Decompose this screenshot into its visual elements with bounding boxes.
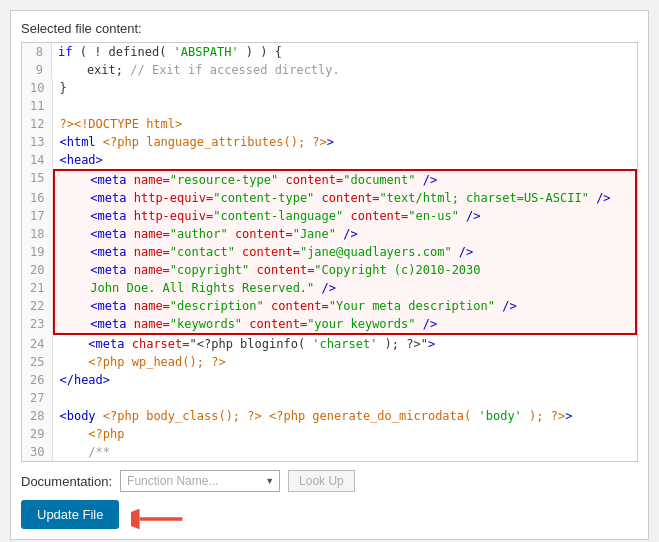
table-row: 10} [22,79,637,97]
line-number: 15 [22,169,53,189]
function-select-wrapper: Function Name... [120,470,280,492]
main-container: Selected file content: 8if ( ! defined( … [10,10,649,540]
code-area: 8if ( ! defined( 'ABSPATH' ) ) {9 exit; … [21,42,638,462]
line-number: 19 [22,243,53,261]
line-number: 23 [22,315,53,335]
line-number: 27 [22,389,53,407]
line-content [53,389,637,407]
table-row: 22 <meta name="description" content="You… [22,297,637,315]
line-content: <meta charset="<?php bloginfo( 'charset'… [53,335,637,353]
function-name-select[interactable]: Function Name... [120,470,280,492]
line-content: </head> [53,371,637,389]
line-number: 16 [22,189,53,207]
table-row: 29 <?php [22,425,637,443]
code-table: 8if ( ! defined( 'ABSPATH' ) ) {9 exit; … [22,43,637,461]
line-number: 12 [22,115,53,133]
line-content: <body <?php body_class(); ?> <?php gener… [53,407,637,425]
line-content: /** [53,443,637,461]
line-number: 13 [22,133,53,151]
line-content: <meta http-equiv="content-type" content=… [53,189,637,207]
line-content [53,97,637,115]
table-row: 9 exit; // Exit if accessed directly. [22,61,637,79]
table-row: 20 <meta name="copyright" content="Copyr… [22,261,637,279]
table-row: 11 [22,97,637,115]
line-number: 9 [22,61,52,79]
line-number: 10 [22,79,53,97]
table-row: 24 <meta charset="<?php bloginfo( 'chars… [22,335,637,353]
line-number: 17 [22,207,53,225]
table-row: 19 <meta name="contact" content="jane@qu… [22,243,637,261]
table-row: 27 [22,389,637,407]
line-content: exit; // Exit if accessed directly. [52,61,637,79]
line-number: 22 [22,297,53,315]
table-row: 16 <meta http-equiv="content-type" conte… [22,189,637,207]
line-content: <meta name="keywords" content="your keyw… [53,315,637,335]
line-content: <head> [53,151,637,169]
table-row: 25 <?php wp_head(); ?> [22,353,637,371]
line-content: <meta name="copyright" content="Copyrigh… [53,261,637,279]
line-number: 24 [22,335,53,353]
line-content: <?php [53,425,637,443]
line-content: <meta name="contact" content="jane@quadl… [53,243,637,261]
table-row: 8if ( ! defined( 'ABSPATH' ) ) { [22,43,637,61]
table-row: 21 John Doe. All Rights Reserved." /> [22,279,637,297]
lookup-button[interactable]: Look Up [288,470,355,492]
table-row: 15 <meta name="resource-type" content="d… [22,169,637,189]
line-content: <meta http-equiv="content-language" cont… [53,207,637,225]
line-number: 18 [22,225,53,243]
line-number: 28 [22,407,53,425]
documentation-row: Documentation: Function Name... Look Up [21,470,638,492]
line-number: 20 [22,261,53,279]
table-row: 14<head> [22,151,637,169]
update-file-button[interactable]: Update File [21,500,119,529]
line-number: 29 [22,425,53,443]
line-content: } [53,79,637,97]
table-row: 13<html <?php language_attributes(); ?>> [22,133,637,151]
line-number: 26 [22,371,53,389]
line-content: if ( ! defined( 'ABSPATH' ) ) { [52,43,637,61]
documentation-label: Documentation: [21,474,112,489]
line-content: John Doe. All Rights Reserved." /> [53,279,637,297]
line-number: 8 [22,43,52,61]
line-content: <meta name="author" content="Jane" /> [53,225,637,243]
line-number: 21 [22,279,53,297]
line-number: 11 [22,97,53,115]
line-number: 30 [22,443,53,461]
line-content: <html <?php language_attributes(); ?>> [53,133,637,151]
table-row: 18 <meta name="author" content="Jane" /> [22,225,637,243]
line-number: 25 [22,353,53,371]
line-number: 14 [22,151,53,169]
line-content: <meta name="resource-type" content="docu… [53,169,637,189]
table-row: 26</head> [22,371,637,389]
table-row: 23 <meta name="keywords" content="your k… [22,315,637,335]
update-row: Update File [21,500,638,529]
line-content: <meta name="description" content="Your m… [53,297,637,315]
line-content: <?php wp_head(); ?> [53,353,637,371]
section-label: Selected file content: [21,21,638,36]
table-row: 30 /** [22,443,637,461]
table-row: 12?><!DOCTYPE html> [22,115,637,133]
arrow-indicator [131,505,181,525]
table-row: 28<body <?php body_class(); ?> <?php gen… [22,407,637,425]
line-content: ?><!DOCTYPE html> [53,115,637,133]
table-row: 17 <meta http-equiv="content-language" c… [22,207,637,225]
